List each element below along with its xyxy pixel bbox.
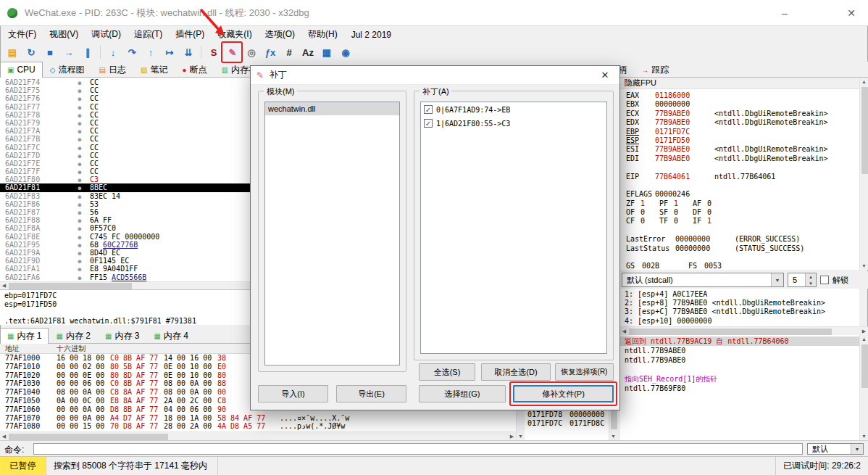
- scroll-left-icon[interactable]: ◀: [0, 282, 8, 290]
- modules-list[interactable]: wechatwin.dll: [264, 102, 400, 365]
- menu-item[interactable]: 帮助(H): [301, 26, 344, 43]
- register-row-eflags[interactable]: EFLAGS00000246: [626, 190, 859, 199]
- register-row[interactable]: EDI77B9ABE0<ntdll.DbgUiRemoteBreakin>: [626, 154, 859, 163]
- spin-up-icon[interactable]: ▲: [806, 273, 816, 280]
- argument-row[interactable]: 1: [esp+4] A0C17EEA: [625, 290, 859, 299]
- patches-list[interactable]: ✓0|6A7F1AD9:74->EB✓1|6AD21F80:55->C3: [420, 102, 607, 354]
- stop-icon[interactable]: ■: [41, 44, 59, 61]
- scroll-thumb[interactable]: [9, 283, 132, 289]
- dump-row[interactable]: 77AF107000 00 0A 00A4 D7 AF 7718 00 1A 0…: [0, 414, 516, 423]
- memory-tab[interactable]: ▦内存 4: [146, 328, 195, 343]
- checkbox-checked-icon[interactable]: ✓: [424, 105, 433, 114]
- scroll-thumb[interactable]: [861, 344, 868, 388]
- step-into-icon[interactable]: ↓: [104, 44, 122, 61]
- stack-info-line[interactable]: 返回到 ntdll.77B9AC19 自 ntdll.77B64060: [620, 336, 859, 346]
- hide-fpu-button[interactable]: 隐藏FPU: [620, 78, 859, 89]
- menu-item[interactable]: 调试(D): [85, 26, 128, 43]
- stack-info-line[interactable]: ntdll.77B9ABE0: [620, 355, 859, 365]
- run-icon[interactable]: →: [60, 44, 78, 61]
- menu-item[interactable]: 追踪(T): [128, 26, 169, 43]
- stack-info-line[interactable]: ntdll.77B69F80: [620, 384, 859, 393]
- dump-row[interactable]: 77AF108000 00 15 0070 D8 AF 7728 00 2A 0…: [0, 422, 516, 431]
- stack-info-line[interactable]: 指向SEH_Record[1]的指针: [620, 374, 859, 384]
- restore-selected-button[interactable]: 恢复选择项(R): [555, 363, 614, 381]
- dialog-close-button[interactable]: ✕: [591, 66, 619, 85]
- registers-v-scrollbar[interactable]: ▲ ▼: [859, 78, 868, 270]
- view-tab[interactable]: →跟踪: [634, 62, 676, 77]
- breakpoint-dot-icon[interactable]: ●: [70, 265, 90, 273]
- scroll-right-icon[interactable]: ▶: [860, 327, 868, 335]
- import-button[interactable]: 导入(I): [258, 385, 328, 402]
- scroll-thumb[interactable]: [9, 434, 168, 440]
- calling-convention-select[interactable]: 默认 (stdcall) ▼: [622, 273, 784, 287]
- register-row[interactable]: ECX77B9ABE0<ntdll.DbgUiRemoteBreakin>: [626, 110, 859, 118]
- stack-info-line[interactable]: ntdll.77B9ABE0: [620, 346, 859, 355]
- dump-h-scrollbar[interactable]: ◀ ▶: [0, 431, 516, 440]
- chevron-down-icon[interactable]: ▼: [771, 273, 783, 286]
- execute-till-return-icon[interactable]: ↑: [142, 44, 159, 61]
- compass-icon[interactable]: ◉: [337, 44, 354, 61]
- segment-row[interactable]: GS002BFS0053: [626, 262, 859, 270]
- breakpoint-dot-icon[interactable]: ●: [70, 184, 90, 192]
- close-button[interactable]: ✕: [835, 0, 868, 26]
- view-tab[interactable]: ▤日志: [92, 62, 133, 77]
- find-pattern-icon[interactable]: ◎: [243, 44, 260, 61]
- memory-book-icon[interactable]: ▦: [318, 44, 335, 61]
- memory-tab[interactable]: ▦内存 1: [0, 328, 49, 343]
- breakpoint-dot-icon[interactable]: ●: [70, 136, 90, 144]
- scroll-down-icon[interactable]: ▼: [860, 432, 868, 440]
- argument-row[interactable]: 4: [esp+10] 00000000: [625, 317, 859, 326]
- spin-down-icon[interactable]: ▼: [806, 280, 816, 286]
- scroll-left-icon[interactable]: ◀: [0, 432, 8, 440]
- scroll-up-icon[interactable]: ▲: [860, 335, 868, 343]
- breakpoint-dot-icon[interactable]: ●: [70, 274, 90, 282]
- patch-list-item[interactable]: ✓0|6A7F1AD9:74->EB: [421, 103, 606, 116]
- open-file-icon[interactable]: ▤: [4, 44, 21, 61]
- scroll-up-icon[interactable]: ▲: [860, 78, 868, 86]
- view-tab[interactable]: ▧笔记: [133, 62, 175, 77]
- export-button[interactable]: 导出(E): [336, 385, 406, 402]
- scroll-down-icon[interactable]: ▼: [860, 262, 868, 270]
- scroll-thumb[interactable]: [861, 87, 868, 174]
- breakpoint-dot-icon[interactable]: ●: [70, 225, 90, 233]
- flags-row[interactable]: ZF1PF1AF0: [626, 199, 859, 208]
- last-status-row[interactable]: LastStatus00000000(STATUS_SUCCESS): [626, 244, 859, 253]
- register-row[interactable]: EBP0171FD7C: [626, 128, 859, 136]
- menu-item[interactable]: 视图(V): [43, 26, 85, 43]
- chevron-down-icon[interactable]: ▼: [851, 444, 863, 454]
- checkbox-checked-icon[interactable]: ✓: [424, 119, 433, 128]
- scroll-down-icon[interactable]: ▼: [609, 432, 617, 440]
- scroll-thumb[interactable]: [629, 329, 832, 335]
- register-row-eip[interactable]: EIP77B64061ntdll.77B64061: [626, 173, 859, 181]
- deselect-all-button[interactable]: 取消全选(D): [481, 363, 551, 381]
- scylla-icon[interactable]: S: [205, 44, 222, 61]
- register-row[interactable]: ESI77B9ABE0<ntdll.DbgUiRemoteBreakin>: [626, 145, 859, 154]
- minimize-button[interactable]: –: [768, 0, 801, 26]
- argument-count-stepper[interactable]: 5 ▲▼: [788, 273, 817, 287]
- flags-row[interactable]: CF0TF0IF1: [626, 217, 859, 226]
- stack-row[interactable]: 0171FD7800000000: [525, 410, 609, 419]
- argument-row[interactable]: 2: [esp+8] 77B9ABE0 <ntdll.DbgUiRemoteBr…: [625, 299, 859, 307]
- run-to-user-code-icon[interactable]: ↦: [161, 44, 178, 61]
- menu-item[interactable]: 文件(F): [1, 26, 43, 43]
- hash-icon[interactable]: #: [280, 44, 298, 61]
- argument-row[interactable]: 3: [esp+C] 77B9ABE0 <ntdll.DbgUiRemoteBr…: [625, 307, 859, 316]
- animate-into-icon[interactable]: ⇊: [180, 44, 197, 61]
- command-input[interactable]: [33, 443, 803, 455]
- menu-item[interactable]: 选项(O): [259, 26, 301, 43]
- stack-info-v-scrollbar[interactable]: ▲ ▼: [859, 335, 868, 440]
- step-over-icon[interactable]: ↷: [123, 44, 141, 61]
- register-row[interactable]: ESP0171FD50: [626, 136, 859, 145]
- expression-fx-icon[interactable]: ƒx: [262, 44, 279, 61]
- patch-list-item[interactable]: ✓1|6AD21F80:55->C3: [421, 117, 606, 130]
- memory-tab[interactable]: ▦内存 2: [49, 328, 97, 343]
- command-profile-select[interactable]: 默认 ▼: [807, 443, 864, 455]
- restart-icon[interactable]: ↻: [22, 44, 40, 61]
- register-row[interactable]: EBX00000000: [626, 100, 859, 109]
- strings-az-icon[interactable]: Az: [299, 44, 317, 61]
- flags-row[interactable]: OF0SF0DF0: [626, 208, 859, 217]
- select-group-button[interactable]: 选择组(G): [419, 385, 506, 402]
- stack-row[interactable]: 0171FD7C0171FD8C: [525, 419, 609, 428]
- scroll-right-icon[interactable]: ▶: [508, 432, 516, 440]
- stack-info-line[interactable]: [620, 365, 859, 374]
